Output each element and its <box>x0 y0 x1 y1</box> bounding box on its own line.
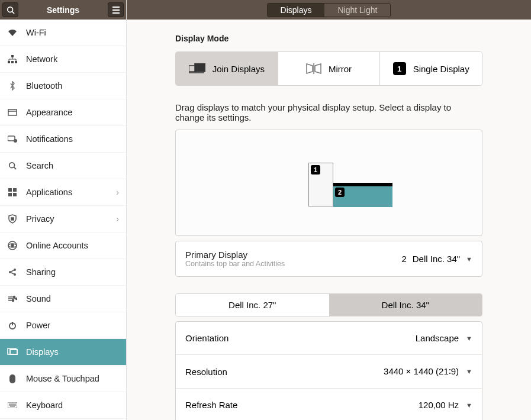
setting-label: Refresh Rate <box>185 400 237 410</box>
sidebar-item-privacy[interactable]: Privacy› <box>0 206 126 232</box>
svg-point-16 <box>14 139 17 143</box>
chevron-down-icon: ▼ <box>466 256 472 263</box>
privacy-icon <box>7 214 18 224</box>
sidebar-item-label: Power <box>26 321 50 330</box>
keyboard-icon <box>7 402 18 408</box>
display-tile-1[interactable]: 1 <box>308 163 333 206</box>
sidebar-item-sharing[interactable]: Sharing <box>0 259 126 286</box>
sidebar-item-label: Applications <box>26 188 72 197</box>
apps-icon <box>7 188 18 196</box>
search-icon <box>7 161 18 170</box>
sidebar-item-applications[interactable]: Applications› <box>0 179 126 206</box>
primary-display-title: Primary Display <box>185 250 285 260</box>
display-arranger[interactable]: 1 2 <box>175 130 482 236</box>
sidebar-item-mouse[interactable]: Mouse & Touchpad <box>0 366 126 392</box>
setting-value: 3440 × 1440 (21∶9) <box>384 366 459 377</box>
svg-rect-49 <box>195 63 205 72</box>
svg-rect-22 <box>13 193 17 196</box>
sidebar-item-network[interactable]: Network <box>0 46 126 73</box>
hamburger-icon <box>112 7 120 14</box>
svg-point-35 <box>14 296 15 298</box>
main-header: Displays Night Light <box>127 0 531 20</box>
main-panel: Displays Night Light Display Mode Join D… <box>127 0 531 420</box>
svg-rect-21 <box>8 193 12 196</box>
tab-displays[interactable]: Displays <box>268 4 325 17</box>
primary-display-num: 2 <box>401 254 406 264</box>
wifi-icon <box>7 29 18 36</box>
mode-label: Single Display <box>413 64 469 74</box>
sidebar: Settings Wi-Fi Network Bluetooth Appeara… <box>0 0 127 420</box>
sidebar-item-label: Network <box>26 54 57 64</box>
join-displays-icon <box>189 63 205 74</box>
primary-display-sub: Contains top bar and Activities <box>185 260 285 268</box>
orientation-row[interactable]: Orientation Landscape▼ <box>176 322 482 355</box>
svg-point-28 <box>9 271 11 273</box>
sidebar-item-label: Bluetooth <box>26 81 62 91</box>
mode-mirror[interactable]: Mirror <box>278 52 381 85</box>
display-settings: Orientation Landscape▼ Resolution 3440 ×… <box>175 321 482 420</box>
search-button[interactable] <box>2 2 18 17</box>
svg-point-36 <box>16 298 18 300</box>
sidebar-item-displays[interactable]: Displays <box>0 339 126 366</box>
svg-line-30 <box>11 270 14 272</box>
svg-rect-19 <box>8 188 12 192</box>
arrangement-hint: Drag displays to match your physical dis… <box>175 102 482 122</box>
appearance-icon <box>7 109 18 116</box>
chevron-right-icon: › <box>116 188 119 197</box>
display-badge: 1 <box>311 165 320 175</box>
sidebar-item-label: Mouse & Touchpad <box>26 374 99 383</box>
sidebar-item-notifications[interactable]: Notifications <box>0 126 126 153</box>
mode-join-displays[interactable]: Join Displays <box>176 52 278 85</box>
sidebar-item-label: Online Accounts <box>26 241 88 250</box>
sidebar-item-power[interactable]: Power <box>0 312 126 339</box>
svg-rect-7 <box>11 61 14 63</box>
menu-button[interactable] <box>108 2 124 17</box>
svg-point-17 <box>9 163 15 168</box>
bluetooth-icon <box>7 81 18 91</box>
sidebar-item-label: Sound <box>26 294 51 303</box>
sidebar-item-label: Privacy <box>26 214 54 224</box>
resolution-row[interactable]: Resolution 3440 × 1440 (21∶9)▼ <box>176 355 482 389</box>
tab-night-light[interactable]: Night Light <box>324 4 390 17</box>
sound-icon <box>7 295 18 302</box>
sidebar-items: Wi-Fi Network Bluetooth Appearance Notif… <box>0 20 126 420</box>
power-icon <box>7 321 18 329</box>
chevron-down-icon: ▼ <box>466 368 472 375</box>
search-icon <box>7 6 15 14</box>
sidebar-item-bluetooth[interactable]: Bluetooth <box>0 73 126 99</box>
svg-line-1 <box>12 11 14 14</box>
sidebar-item-search[interactable]: Search <box>0 153 126 179</box>
setting-label: Resolution <box>185 367 227 377</box>
display-tab-2[interactable]: Dell Inc. 34" <box>329 294 482 316</box>
primary-display-row[interactable]: Primary Display Contains top bar and Act… <box>175 241 482 277</box>
sharing-icon <box>7 268 18 276</box>
mode-single-display[interactable]: 1 Single Display <box>380 52 482 85</box>
sidebar-item-online-accounts[interactable]: Online Accounts <box>0 232 126 259</box>
svg-rect-41 <box>10 350 17 354</box>
single-display-icon: 1 <box>393 62 406 75</box>
sidebar-header: Settings <box>0 0 126 20</box>
sidebar-item-sound[interactable]: Sound <box>0 286 126 312</box>
display-mode-group: Join Displays Mirror 1 Single Display <box>175 51 482 86</box>
svg-rect-6 <box>8 61 10 63</box>
setting-label: Orientation <box>185 333 229 343</box>
refresh-rate-row[interactable]: Refresh Rate 120,00 Hz▼ <box>176 389 482 420</box>
svg-point-29 <box>14 273 16 276</box>
setting-value: Landscape <box>416 333 459 343</box>
setting-value: 120,00 Hz <box>419 400 459 410</box>
display-tab-1[interactable]: Dell Inc. 27" <box>176 294 329 316</box>
displays-icon <box>7 348 18 356</box>
sidebar-item-label: Appearance <box>26 108 72 117</box>
primary-display-value: Dell Inc. 34" <box>413 254 460 264</box>
svg-point-0 <box>7 7 12 12</box>
svg-rect-43 <box>9 374 15 383</box>
sidebar-item-label: Notifications <box>26 134 73 144</box>
sidebar-item-label: Sharing <box>26 267 56 277</box>
sidebar-item-wifi[interactable]: Wi-Fi <box>0 20 126 46</box>
svg-point-37 <box>12 300 14 302</box>
sidebar-item-label: Displays <box>26 347 59 357</box>
sidebar-item-appearance[interactable]: Appearance <box>0 99 126 126</box>
sidebar-item-keyboard[interactable]: Keyboard <box>0 392 126 419</box>
display-topbar <box>333 183 392 186</box>
display-tile-2[interactable]: 2 <box>333 183 392 207</box>
